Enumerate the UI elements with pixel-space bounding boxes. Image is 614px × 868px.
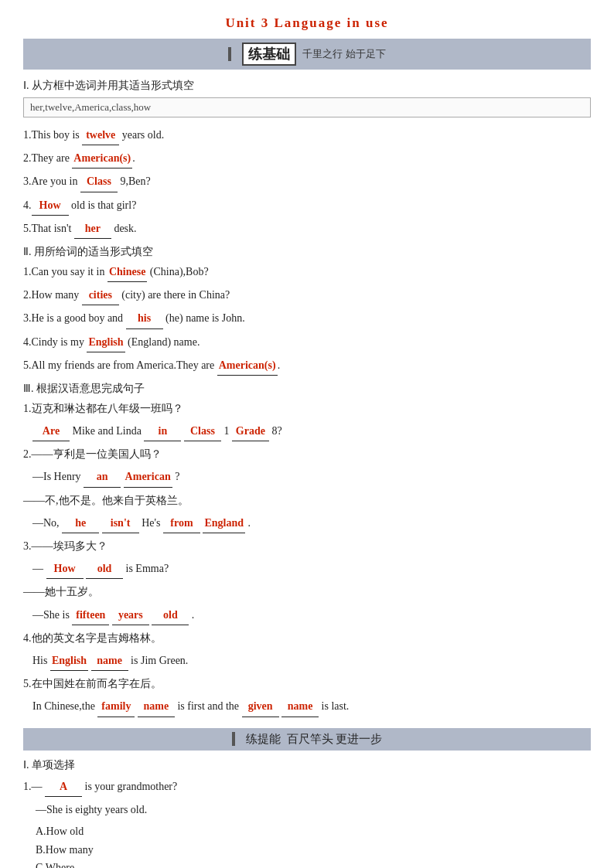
blank-3-5d: name (281, 696, 319, 717)
partIII-q2-en2: —No, he isn't He's from England . (32, 513, 591, 533)
blank-3-3b: old (86, 559, 123, 579)
blank-1-3: Class (80, 172, 118, 192)
partIII-q3-en1: — How old is Emma? (32, 559, 591, 579)
blank-mc-1: A (45, 777, 82, 797)
partIII-q3-cn: 3.——埃玛多大？ (23, 536, 591, 556)
blank-3-5a: family (97, 696, 135, 717)
blank-3-1d: Grade (232, 421, 269, 441)
partIII-q4-cn: 4.他的英文名字是吉姆格林。 (23, 628, 591, 648)
partIII-q2-cn: 2.——亨利是一位美国人吗？ (23, 444, 591, 464)
blank-3-2a: an (84, 467, 121, 487)
section1-label: 练基础 (242, 43, 296, 66)
section1-subtitle: 千里之行 始于足下 (302, 47, 385, 61)
partII-line1: 1.Can you say it in Chinese (China),Bob? (23, 262, 591, 282)
partII-line2: 2.How many cities (city) are there in Ch… (23, 285, 591, 305)
blank-3-4b: name (91, 651, 128, 671)
partIII-q3-en2: —She is fifteen years old . (32, 605, 591, 625)
blank-3-3d: years (112, 605, 149, 625)
partIII-q3-cn2: ——她十五岁。 (23, 582, 591, 601)
partIII-q5-cn: 5.在中国姓在前而名字在后。 (23, 674, 591, 693)
partIII-q5-en: In Chinese,the family name is first and … (32, 696, 591, 717)
mc-q1: 1.— A is your grandmother? (23, 777, 591, 797)
partIII-q2-cn2: ——不,他不是。他来自于英格兰。 (23, 491, 591, 510)
partII-line3: 3.He is a good boy and his (he) name is … (23, 308, 591, 328)
partI-line3: 3.Are you in Class 9,Ben? (23, 172, 591, 192)
partI-line1: 1.This boy is twelve years old. (23, 125, 591, 145)
blank-3-2f: England (203, 513, 245, 533)
partIII-title: Ⅲ. 根据汉语意思完成句子 (23, 382, 591, 396)
partIII-q1-cn: 1.迈克和琳达都在八年级一班吗？ (23, 399, 591, 418)
mc-q1-optB: B.How many (36, 841, 591, 859)
mc-q1-response: —She is eighty years old. (36, 800, 591, 819)
blank-1-4: How (32, 196, 69, 216)
section2-subtitle: 百尺竿头 更进一步 (287, 732, 383, 747)
page-title: Unit 3 Language in use (23, 15, 591, 31)
blank-3-5b: name (138, 696, 175, 717)
blank-3-1c: Class (184, 421, 221, 441)
blank-3-3e: old (152, 605, 189, 625)
partI-line2: 2.They are American(s). (23, 148, 591, 168)
blank-3-2c: he (62, 513, 99, 533)
partII-title: Ⅱ. 用所给词的适当形式填空 (23, 245, 591, 259)
partII-line5: 5.All my friends are from America.They a… (23, 356, 591, 376)
blank-2-3: his (126, 308, 163, 328)
section2-partI-title: Ⅰ. 单项选择 (23, 758, 591, 772)
mc-q1-optC: C.Where (36, 859, 591, 868)
blank-3-5c: given (242, 696, 279, 717)
section2-label: 练提能 (246, 732, 281, 747)
blank-1-5: her (74, 219, 111, 239)
blank-3-2b: American (124, 467, 172, 487)
blank-1-2: American(s) (72, 148, 132, 168)
section1-header: 练基础 千里之行 始于足下 (23, 39, 591, 70)
blank-1-1: twelve (82, 125, 119, 145)
partIII-q2-en1: —Is Henry an American ? (32, 467, 591, 487)
blank-3-4a: English (50, 651, 88, 671)
blank-3-3c: fifteen (72, 605, 109, 625)
blank-3-2d: isn't (102, 513, 139, 533)
partI-title: Ⅰ. 从方框中选词并用其适当形式填空 (23, 79, 591, 93)
partI-line5: 5.That isn't her desk. (23, 219, 591, 239)
blank-2-4: English (87, 332, 125, 352)
blank-3-2e: from (163, 513, 200, 533)
blank-2-1: Chinese (107, 262, 147, 282)
blank-3-1a: Are (32, 421, 70, 441)
blank-3-1b: in (144, 421, 181, 441)
partI-line4: 4.How old is that girl? (23, 196, 591, 216)
blank-2-5: American(s) (217, 356, 278, 376)
partII-line4: 4.Cindy is my English (England) name. (23, 332, 591, 352)
blank-2-2: cities (82, 285, 119, 305)
mc-q1-optA: A.How old (36, 822, 591, 841)
partIII-q4-en: His English name is Jim Green. (32, 651, 591, 671)
word-bank: her,twelve,America,class,how (23, 97, 591, 117)
blank-3-3a: How (46, 559, 84, 579)
partIII-q1-en: Are Mike and Linda in Class 1 Grade 8? (32, 421, 591, 441)
section2-header: 练提能 百尺竿头 更进一步 (23, 728, 591, 751)
